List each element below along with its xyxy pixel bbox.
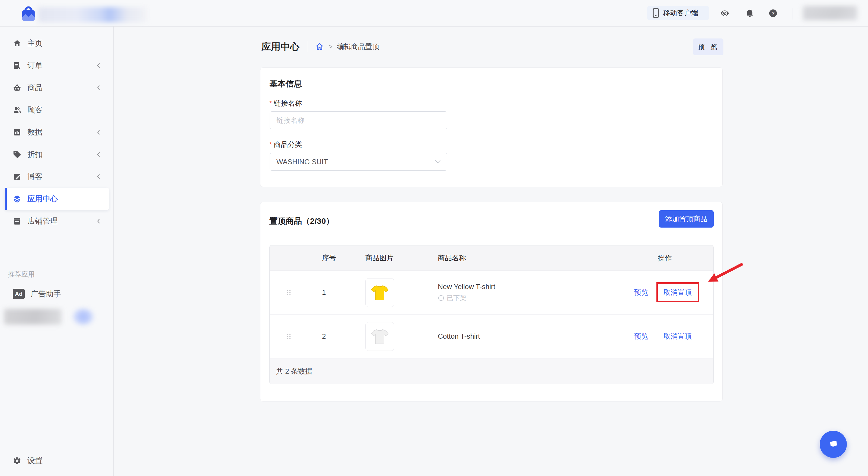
orders-icon xyxy=(13,61,22,70)
help-question-icon[interactable]: ? xyxy=(769,9,778,18)
breadcrumb-home-icon[interactable] xyxy=(315,42,324,51)
basic-info-card: 基本信息 *链接名称 *商品分类 WASHING SUIT xyxy=(260,67,723,187)
drag-dots-icon xyxy=(287,290,291,296)
ad-badge-icon: Ad xyxy=(13,289,25,299)
sidebar-item-label: 折扣 xyxy=(27,149,42,160)
topbar-divider xyxy=(793,8,793,20)
drag-handle[interactable] xyxy=(270,333,308,340)
sidebar-item-label: 商品 xyxy=(27,82,42,93)
unpin-link[interactable]: 取消置顶 xyxy=(663,332,692,341)
table-header-index: 序号 xyxy=(308,253,365,263)
unpin-link[interactable]: 取消置顶 xyxy=(663,288,692,297)
sidebar-item-settings[interactable]: 设置 xyxy=(0,452,114,470)
add-pinned-product-button[interactable]: 添加置顶商品 xyxy=(659,210,714,228)
svg-text:?: ? xyxy=(771,10,775,16)
sidebar-item-label: 数据 xyxy=(27,127,42,137)
chevron-left-icon xyxy=(97,63,100,69)
chevron-down-icon xyxy=(435,160,441,164)
product-image-yellow-tshirt xyxy=(365,278,394,307)
row-index: 2 xyxy=(308,332,365,341)
chevron-left-icon xyxy=(97,85,100,91)
sidebar-redacted-badge xyxy=(73,309,93,325)
sidebar-item-store-management[interactable]: 店铺管理 xyxy=(0,210,113,232)
sidebar-item-ad-helper[interactable]: Ad 广告助手 xyxy=(0,285,114,303)
sidebar-item-label: 广告助手 xyxy=(31,289,61,299)
table-row: 1 New Yellow T-shirt xyxy=(270,270,713,314)
required-asterisk: * xyxy=(269,140,272,148)
category-selected-value: WASHING SUIT xyxy=(276,158,328,166)
mobile-client-label: 移动客户端 xyxy=(663,8,698,18)
sidebar-item-app-center[interactable]: 应用中心 xyxy=(5,188,109,210)
breadcrumb-current: 编辑商品置顶 xyxy=(337,42,379,52)
white-tshirt-icon xyxy=(369,326,391,347)
app-logo-icon xyxy=(20,4,37,22)
link-name-label: *链接名称 xyxy=(269,99,302,108)
main-content: 应用中心 > 编辑商品置顶 预 览 基本信息 *链接名称 *商品分类 WASHI… xyxy=(114,27,868,476)
preview-link[interactable]: 预览 xyxy=(634,332,648,341)
table-row: 2 Cotton T-shirt 预览 取消置顶 xyxy=(270,314,713,358)
table-header-row: 序号 商品图片 商品名称 操作 xyxy=(270,245,713,270)
chevron-left-icon xyxy=(97,218,100,224)
pinned-products-table: 序号 商品图片 商品名称 操作 1 xyxy=(269,245,714,384)
sidebar: 主页 订单 商品 顾客 数据 折扣 博客 xyxy=(0,27,114,476)
preview-button[interactable]: 预 览 xyxy=(693,38,723,55)
sidebar-item-customers[interactable]: 顾客 xyxy=(0,99,113,121)
page-title: 应用中心 xyxy=(261,40,300,53)
sidebar-item-products[interactable]: 商品 xyxy=(0,77,113,99)
mobile-client-button[interactable]: 移动客户端 xyxy=(647,6,709,20)
sidebar-item-label: 店铺管理 xyxy=(27,216,58,226)
product-name: New Yellow T-shirt xyxy=(438,282,622,291)
drag-handle[interactable] xyxy=(270,290,308,296)
recommended-apps-label: 推荐应用 xyxy=(8,270,35,279)
pinned-products-heading: 置顶商品（2/30） xyxy=(269,216,334,227)
sidebar-item-discounts[interactable]: 折扣 xyxy=(0,143,113,166)
row-actions: 预览 取消置顶 xyxy=(622,332,713,341)
gear-icon xyxy=(13,456,22,465)
product-image-white-tshirt xyxy=(365,322,394,351)
preview-link[interactable]: 预览 xyxy=(634,288,648,297)
sidebar-item-analytics[interactable]: 数据 xyxy=(0,121,113,143)
sidebar-item-blog[interactable]: 博客 xyxy=(0,166,113,188)
category-select[interactable]: WASHING SUIT xyxy=(270,153,447,171)
account-redacted[interactable] xyxy=(803,6,857,20)
required-asterisk: * xyxy=(269,99,272,107)
link-name-input[interactable] xyxy=(270,111,447,129)
table-header-action: 操作 xyxy=(622,253,713,263)
home-icon xyxy=(13,39,22,48)
table-footer: 共 2 条数据 xyxy=(270,358,713,384)
sidebar-item-label: 主页 xyxy=(27,38,42,48)
notifications-bell-icon[interactable] xyxy=(745,9,754,18)
sidebar-item-orders[interactable]: 订单 xyxy=(0,55,113,77)
sidebar-redacted-item xyxy=(4,309,62,325)
product-name-cell: Cotton T-shirt xyxy=(422,332,622,341)
chat-bubble-icon xyxy=(826,437,840,451)
row-actions: 预览 取消置顶 xyxy=(622,288,713,297)
info-icon xyxy=(438,295,444,301)
phone-icon xyxy=(653,8,659,18)
chevron-left-icon xyxy=(97,151,100,158)
category-label: *商品分类 xyxy=(269,140,302,149)
chat-widget-button[interactable] xyxy=(820,431,847,458)
product-status: 已下架 xyxy=(438,294,622,302)
table-header-name: 商品名称 xyxy=(422,253,622,263)
sidebar-item-label: 设置 xyxy=(27,456,42,466)
top-bar: 移动客户端 ? xyxy=(0,0,868,27)
sidebar-item-label: 应用中心 xyxy=(27,194,58,204)
basket-icon xyxy=(13,83,22,92)
chevron-left-icon xyxy=(97,174,100,180)
tag-icon xyxy=(13,150,22,159)
shop-name-redacted xyxy=(38,7,147,22)
sidebar-item-home[interactable]: 主页 xyxy=(0,32,113,55)
store-icon xyxy=(13,217,22,226)
pinned-products-card: 置顶商品（2/30） 添加置顶商品 序号 商品图片 商品名称 操作 1 xyxy=(260,202,723,402)
product-name: Cotton T-shirt xyxy=(438,332,622,341)
customers-icon xyxy=(13,106,22,114)
sidebar-item-label: 顾客 xyxy=(27,105,42,115)
basic-info-heading: 基本信息 xyxy=(269,78,302,90)
row-index: 1 xyxy=(308,288,365,297)
layers-icon xyxy=(13,195,22,203)
sidebar-item-label: 订单 xyxy=(27,60,42,71)
view-store-eye-icon[interactable] xyxy=(720,9,730,18)
breadcrumb-separator: > xyxy=(329,42,333,51)
drag-dots-icon xyxy=(287,333,291,340)
